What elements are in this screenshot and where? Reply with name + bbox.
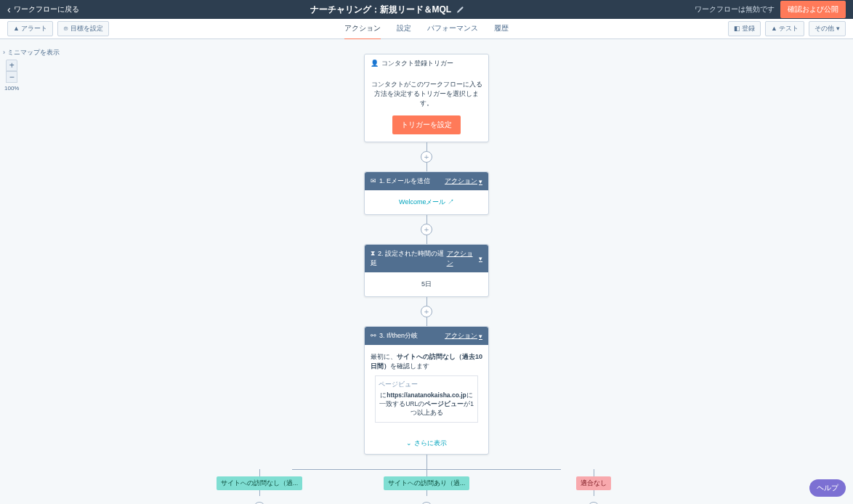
chevron-left-icon: ‹ <box>7 4 11 15</box>
trigger-header: 👤コンタクト登録トリガー <box>365 54 488 73</box>
set-trigger-button[interactable]: トリガーを設定 <box>392 115 461 134</box>
connector <box>426 317 427 326</box>
edit-icon[interactable] <box>456 6 464 14</box>
connector <box>426 469 427 476</box>
branch-hline <box>292 469 561 470</box>
workflow-status: ワークフローは無効です <box>695 4 775 15</box>
action-1-header: ✉1. Eメールを送信 アクション ▾ <box>365 172 488 190</box>
email-icon: ✉ <box>371 177 376 184</box>
trigger-desc: コンタクトがこのワークフローに入る方法を決定するトリガーを選択します。 <box>371 80 482 108</box>
contact-icon: 👤 <box>371 60 379 67</box>
chevron-down-icon: ⌄ <box>406 439 412 447</box>
condition-box: ページビュー にhttps://anatanokaisha.co.jpに一致する… <box>375 375 478 423</box>
action-3-body: 最初に、サイトへの訪問なし（過去10日間）を確認します ページビュー にhttp… <box>365 345 488 434</box>
action-2-menu[interactable]: アクション ▾ <box>447 249 482 268</box>
enroll-button[interactable]: ◧ 登録 <box>728 21 761 36</box>
condition-box-body: にhttps://anatanokaisha.co.jpに一致するURLのページ… <box>379 391 474 418</box>
connector <box>259 469 260 476</box>
zoom-in-button[interactable]: + <box>6 60 17 71</box>
branch-col-3: 適合なし + <box>557 469 630 504</box>
trigger-card[interactable]: 👤コンタクト登録トリガー コンタクトがこのワークフローに入る方法を決定するトリガ… <box>364 54 489 142</box>
branch-desc-post: を確認します <box>390 362 429 370</box>
zoom-controls: + − 100% <box>4 60 19 92</box>
minimap-toggle[interactable]: › ミニマップを表示 <box>3 48 60 57</box>
connector <box>259 490 260 496</box>
more-button[interactable]: その他 ▾ <box>809 21 846 36</box>
branch-col-1: サイトへの訪問なし（過... + <box>223 469 296 504</box>
back-link[interactable]: ‹ ワークフローに戻る <box>7 4 79 15</box>
connector <box>426 455 427 469</box>
tab-settings[interactable]: 設定 <box>397 18 411 40</box>
zoom-out-button[interactable]: − <box>6 71 17 83</box>
action-card-1[interactable]: ✉1. Eメールを送信 アクション ▾ Welcomeメール ↗ <box>364 171 489 215</box>
title-wrap: ナーチャリング：新規リード＆MQL <box>310 4 464 16</box>
add-action-button[interactable]: + <box>421 151 432 163</box>
action-3-header: ⚯3. If/then分岐 アクション ▾ <box>365 327 488 345</box>
delay-icon: ⧗ <box>371 250 375 257</box>
connector <box>426 297 427 306</box>
connector <box>594 490 594 496</box>
condition-box-label: ページビュー <box>379 381 474 389</box>
email-link[interactable]: Welcomeメール ↗ <box>399 198 454 206</box>
branch-col-2: サイトへの訪問あり（過... + <box>390 469 463 504</box>
action-1-body: Welcomeメール ↗ <box>365 190 488 214</box>
action-3-menu[interactable]: アクション ▾ <box>445 331 482 341</box>
topbar-right: ワークフローは無効です 確認および公開 <box>695 1 846 18</box>
branch-container: サイトへの訪問なし（過... + サイトへの訪問あり（過... + 適合なし + <box>223 469 630 504</box>
tab-actions[interactable]: アクション <box>344 18 381 40</box>
branch-icon: ⚯ <box>371 332 376 339</box>
help-button[interactable]: ヘルプ <box>809 479 846 497</box>
add-action-button[interactable]: + <box>421 306 432 317</box>
branch-label-3[interactable]: 適合なし <box>576 476 611 490</box>
action-1-menu[interactable]: アクション ▾ <box>445 176 482 186</box>
branch-label-2[interactable]: サイトへの訪問あり（過... <box>384 476 470 490</box>
publish-button[interactable]: 確認および公開 <box>780 1 846 18</box>
subnav: ▲ アラート ⊙ 目標を設定 アクション 設定 パフォーマンス 履歴 ◧ 登録 … <box>0 19 853 39</box>
connector <box>426 490 427 496</box>
action-2-body: 5日 <box>365 272 488 296</box>
zoom-percent: 100% <box>4 85 19 92</box>
connector <box>426 215 427 224</box>
connector <box>426 142 427 151</box>
alerts-button[interactable]: ▲ アラート <box>7 21 53 36</box>
test-button[interactable]: ▲ テスト <box>765 21 804 36</box>
canvas[interactable]: › ミニマップを表示 + − 100% 👤コンタクト登録トリガー コンタクトがこ… <box>0 39 853 504</box>
tab-history[interactable]: 履歴 <box>494 18 509 40</box>
connector <box>594 469 594 476</box>
goals-button[interactable]: ⊙ 目標を設定 <box>57 21 109 36</box>
topbar: ‹ ワークフローに戻る ナーチャリング：新規リード＆MQL ワークフローは無効で… <box>0 0 853 19</box>
branch-label-1[interactable]: サイトへの訪問なし（過... <box>217 476 303 490</box>
action-card-2[interactable]: ⧗2. 設定された時間の遅延 アクション ▾ 5日 <box>364 244 489 297</box>
branch-desc-pre: 最初に、 <box>371 353 397 360</box>
workflow-flow: 👤コンタクト登録トリガー コンタクトがこのワークフローに入る方法を決定するトリガ… <box>223 54 630 504</box>
connector <box>426 163 427 171</box>
tab-performance[interactable]: パフォーマンス <box>427 18 478 40</box>
subnav-right: ◧ 登録 ▲ テスト その他 ▾ <box>728 21 846 36</box>
page-title: ナーチャリング：新規リード＆MQL <box>310 4 452 16</box>
connector <box>426 235 427 244</box>
trigger-body: コンタクトがこのワークフローに入る方法を決定するトリガーを選択します。 トリガー… <box>365 73 488 142</box>
subnav-left: ▲ アラート ⊙ 目標を設定 <box>7 21 109 36</box>
action-card-3[interactable]: ⚯3. If/then分岐 アクション ▾ 最初に、サイトへの訪問なし（過去10… <box>364 326 489 455</box>
tab-bar: アクション 設定 パフォーマンス 履歴 <box>344 18 509 40</box>
external-link-icon: ↗ <box>448 198 454 206</box>
add-action-button[interactable]: + <box>421 224 432 235</box>
action-2-header: ⧗2. 設定された時間の遅延 アクション ▾ <box>365 245 488 272</box>
show-more-link[interactable]: ⌄ さらに表示 <box>365 434 488 454</box>
back-label: ワークフローに戻る <box>14 4 79 15</box>
